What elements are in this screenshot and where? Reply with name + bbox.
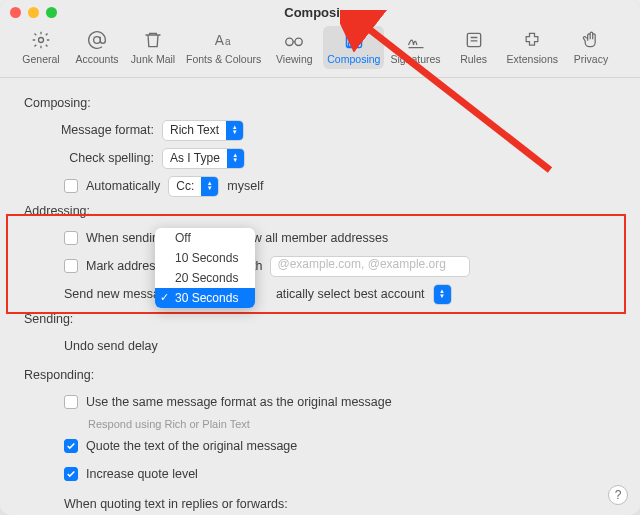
- rules-icon: [463, 29, 485, 51]
- same-format-label: Use the same message format as the origi…: [86, 395, 392, 409]
- undo-send-delay-label: Undo send delay: [64, 339, 158, 353]
- window-title: Composing: [0, 5, 640, 20]
- cc-bcc-select[interactable]: Cc:▲▼: [168, 176, 219, 197]
- compose-icon: [343, 29, 365, 51]
- zoom-window-button[interactable]: [46, 7, 57, 18]
- minimize-window-button[interactable]: [28, 7, 39, 18]
- tab-privacy[interactable]: Privacy: [564, 26, 618, 69]
- tab-viewing[interactable]: Viewing: [267, 26, 321, 69]
- hand-icon: [580, 29, 602, 51]
- svg-rect-7: [467, 33, 480, 46]
- group-addresses-checkbox[interactable]: [64, 231, 78, 245]
- send-from-select[interactable]: ▲▼: [433, 284, 452, 305]
- chevron-updown-icon: ▲▼: [201, 177, 218, 196]
- send-from-suffix: atically select best account: [276, 287, 425, 301]
- automatically-cc-checkbox[interactable]: [64, 179, 78, 193]
- tab-fonts-colours[interactable]: Aa Fonts & Colours: [182, 26, 265, 69]
- titlebar: Composing: [0, 0, 640, 24]
- undo-send-delay-dropdown[interactable]: Off 10 Seconds 20 Seconds 30 Seconds: [155, 228, 255, 308]
- help-button[interactable]: ?: [608, 485, 628, 505]
- tab-extensions[interactable]: Extensions: [503, 26, 562, 69]
- svg-point-5: [295, 38, 302, 45]
- send-from-label-partial: Send new messa: [64, 287, 160, 301]
- tab-general[interactable]: General: [14, 26, 68, 69]
- gear-icon: [30, 29, 52, 51]
- puzzle-icon: [521, 29, 543, 51]
- svg-point-0: [39, 38, 44, 43]
- quote-text-checkbox[interactable]: [64, 439, 78, 453]
- at-sign-icon: [86, 29, 108, 51]
- mark-addresses-input[interactable]: @example.com, @example.org: [270, 256, 470, 277]
- message-format-label: Message format:: [24, 123, 154, 137]
- glasses-icon: [283, 29, 305, 51]
- chevron-updown-icon: ▲▼: [434, 285, 451, 304]
- chevron-updown-icon: ▲▼: [226, 121, 243, 140]
- quote-text-label: Quote the text of the original message: [86, 439, 297, 453]
- dropdown-option[interactable]: 10 Seconds: [155, 248, 255, 268]
- tab-junk-mail[interactable]: Junk Mail: [126, 26, 180, 69]
- chevron-updown-icon: ▲▼: [227, 149, 244, 168]
- increase-quote-checkbox[interactable]: [64, 467, 78, 481]
- traffic-lights: [10, 7, 57, 18]
- preferences-window: Composing General Accounts Junk Mail Aa …: [0, 0, 640, 515]
- myself-label: myself: [227, 179, 263, 193]
- tab-accounts[interactable]: Accounts: [70, 26, 124, 69]
- svg-text:A: A: [214, 34, 224, 49]
- automatically-label: Automatically: [86, 179, 160, 193]
- tab-composing[interactable]: Composing: [323, 26, 384, 69]
- same-format-hint: Respond using Rich or Plain Text: [88, 418, 616, 430]
- tab-rules[interactable]: Rules: [447, 26, 501, 69]
- dropdown-option[interactable]: Off: [155, 228, 255, 248]
- dropdown-option-selected[interactable]: 30 Seconds: [155, 288, 255, 308]
- svg-point-4: [286, 38, 293, 45]
- check-spelling-select[interactable]: As I Type▲▼: [162, 148, 245, 169]
- trash-icon: [142, 29, 164, 51]
- check-spelling-label: Check spelling:: [24, 151, 154, 165]
- when-quoting-label: When quoting text in replies or forwards…: [64, 497, 288, 511]
- svg-point-1: [94, 37, 101, 44]
- sending-heading: Sending:: [24, 312, 616, 326]
- font-icon: Aa: [213, 29, 235, 51]
- composing-heading: Composing:: [24, 96, 616, 110]
- increase-quote-label: Increase quote level: [86, 467, 198, 481]
- addressing-heading: Addressing:: [24, 204, 616, 218]
- close-window-button[interactable]: [10, 7, 21, 18]
- signature-icon: [405, 29, 427, 51]
- message-format-select[interactable]: Rich Text▲▼: [162, 120, 244, 141]
- svg-text:a: a: [225, 37, 231, 48]
- same-format-checkbox[interactable]: [64, 395, 78, 409]
- mark-addresses-checkbox[interactable]: [64, 259, 78, 273]
- preferences-toolbar: General Accounts Junk Mail Aa Fonts & Co…: [0, 24, 640, 78]
- responding-heading: Responding:: [24, 368, 616, 382]
- content-pane: Composing: Message format: Rich Text▲▼ C…: [0, 78, 640, 515]
- tab-signatures[interactable]: Signatures: [386, 26, 444, 69]
- dropdown-option[interactable]: 20 Seconds: [155, 268, 255, 288]
